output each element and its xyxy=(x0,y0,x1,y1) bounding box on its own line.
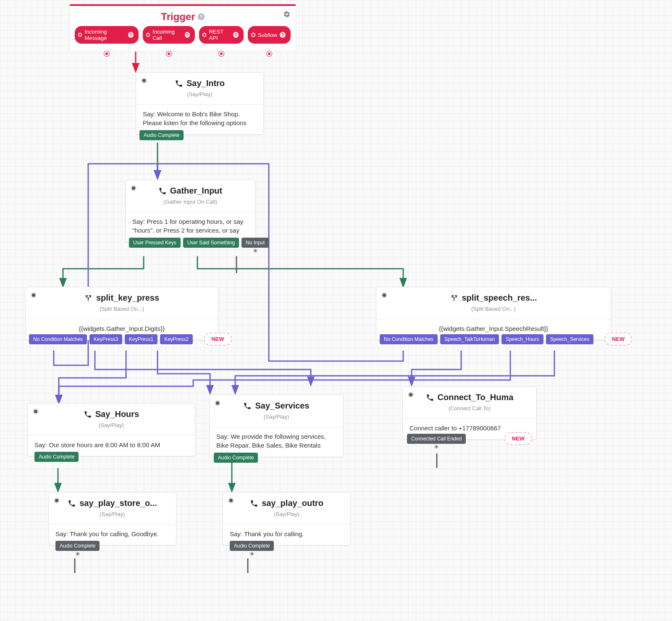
widget-subtitle: (Connect Call To) xyxy=(408,405,531,411)
output-keypress3[interactable]: KeyPress3 xyxy=(89,334,122,344)
new-condition-button[interactable]: NEW xyxy=(204,333,231,346)
output-audio-complete[interactable]: Audio Complete xyxy=(139,130,184,140)
widget-title: split_speech_res... xyxy=(462,293,537,303)
output-speech-talktohuman[interactable]: Speech_TalkToHuman xyxy=(440,334,499,344)
input-port[interactable] xyxy=(381,292,387,298)
split-icon xyxy=(450,294,459,302)
input-port[interactable] xyxy=(228,498,234,503)
widget-title: say_play_outro xyxy=(262,498,323,508)
trigger-title: Trigger xyxy=(161,11,195,23)
widget-gather-input[interactable]: Gather_Input (Gather Input On Call) Say:… xyxy=(125,180,255,242)
trigger-output-incoming-message[interactable]: Incoming Message? xyxy=(75,26,139,44)
help-icon[interactable]: ? xyxy=(198,13,205,20)
widget-title: split_key_press xyxy=(96,293,159,303)
input-port[interactable] xyxy=(131,185,136,191)
trigger-outputs: Incoming Message? Incoming Call? REST AP… xyxy=(70,26,296,51)
output-speech-services[interactable]: Speech_Services xyxy=(546,334,593,344)
output-audio-complete[interactable]: Audio Complete xyxy=(214,453,258,463)
widget-say-hours[interactable]: Say_Hours (Say/Play) Say: Our store hour… xyxy=(27,403,195,456)
input-port[interactable] xyxy=(31,292,37,298)
widget-title: Say_Intro xyxy=(186,79,225,88)
output-no-condition[interactable]: No Condition Matches xyxy=(29,334,87,344)
output-no-condition[interactable]: No Condition Matches xyxy=(380,334,438,344)
output-audio-complete[interactable]: Audio Complete xyxy=(34,452,79,462)
widget-say-intro[interactable]: Say_Intro (Say/Play) Say: Welcome to Bob… xyxy=(136,72,264,135)
phone-icon xyxy=(158,187,167,195)
widget-title: Connect_To_Huma xyxy=(438,393,514,402)
output-audio-complete[interactable]: Audio Complete xyxy=(55,541,100,551)
output-keypress1[interactable]: KeyPress1 xyxy=(125,334,158,344)
new-condition-button[interactable]: NEW xyxy=(604,333,632,346)
widget-title: say_play_store_o... xyxy=(79,498,157,508)
trigger-output-subflow[interactable]: Subflow? xyxy=(248,26,291,44)
input-port[interactable] xyxy=(141,78,147,84)
widget-title: Gather_Input xyxy=(170,186,222,196)
widget-subtitle: (Say/Play) xyxy=(33,422,190,428)
widget-title: Say_Services xyxy=(255,401,309,411)
widget-subtitle: (Say/Play) xyxy=(54,511,171,517)
widget-subtitle: (Gather Input On Call) xyxy=(131,199,250,205)
trigger-header: Trigger ? xyxy=(70,6,296,26)
widget-subtitle: (Split Based On...) xyxy=(381,306,606,312)
input-port[interactable] xyxy=(408,392,414,398)
output-speech-hours[interactable]: Speech_Hours xyxy=(501,334,543,344)
widget-split-key-press[interactable]: split_key_press (Split Based On...) {{wi… xyxy=(25,287,218,340)
widget-split-speech-res[interactable]: split_speech_res... (Split Based On...) … xyxy=(376,287,611,340)
phone-icon xyxy=(250,499,258,508)
output-keypress2[interactable]: KeyPress2 xyxy=(160,334,193,344)
widget-subtitle: (Split Based On...) xyxy=(31,306,213,312)
trigger-output-rest-api[interactable]: REST API? xyxy=(199,26,244,44)
widget-say-services[interactable]: Say_Services (Say/Play) Say: We provide … xyxy=(209,395,344,457)
output-user-said-something[interactable]: User Said Something xyxy=(183,238,239,248)
gear-icon[interactable] xyxy=(282,10,291,21)
split-icon xyxy=(84,294,93,302)
widget-connect-to-human[interactable]: Connect_To_Huma (Connect Call To) Connec… xyxy=(402,386,537,440)
widget-subtitle: (Say/Play) xyxy=(228,511,345,517)
phone-icon xyxy=(84,410,92,419)
new-output-button[interactable]: NEW xyxy=(504,432,532,445)
output-user-pressed-keys[interactable]: User Pressed Keys xyxy=(129,238,181,248)
input-port[interactable] xyxy=(54,498,60,503)
phone-icon xyxy=(68,499,76,508)
input-port[interactable] xyxy=(215,400,220,406)
phone-icon xyxy=(243,402,252,410)
phone-icon xyxy=(175,79,183,88)
widget-title: Say_Hours xyxy=(95,409,139,419)
input-port[interactable] xyxy=(33,409,39,414)
output-connected-call-ended[interactable]: Connected Call Ended xyxy=(407,434,466,444)
phone-icon xyxy=(426,393,434,402)
widget-subtitle: (Say/Play) xyxy=(215,414,338,420)
widget-say-play-store[interactable]: say_play_store_o... (Say/Play) Say: Than… xyxy=(48,492,176,545)
output-no-input[interactable]: No Input xyxy=(242,238,269,248)
trigger-widget[interactable]: Trigger ? Incoming Message? Incoming Cal… xyxy=(69,4,296,52)
output-audio-complete[interactable]: Audio Complete xyxy=(230,541,274,551)
trigger-output-incoming-call[interactable]: Incoming Call? xyxy=(143,26,195,44)
widget-subtitle: (Say/Play) xyxy=(141,91,258,97)
widget-say-play-outro[interactable]: say_play_outro (Say/Play) Say: Thank you… xyxy=(223,492,351,545)
